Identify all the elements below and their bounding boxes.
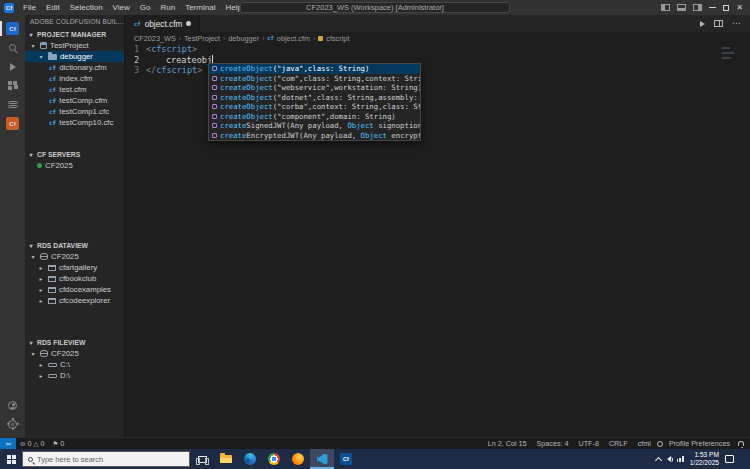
suggest-item[interactable]: createObject("corba",context: String,cla… xyxy=(209,102,420,112)
toggle-sidebar-icon[interactable] xyxy=(661,4,670,11)
maximize-icon[interactable] xyxy=(723,5,729,11)
start-button[interactable] xyxy=(0,449,22,469)
method-icon xyxy=(212,104,217,109)
tree-item-file[interactable]: cfindex.cfm xyxy=(25,73,124,84)
activity-search[interactable] xyxy=(0,38,25,57)
suggest-label: createSignedJWT(Any payload, Object sign… xyxy=(220,121,420,130)
menu-go[interactable]: Go xyxy=(135,0,156,15)
cfc-file-icon: cf xyxy=(49,119,56,126)
speaker-icon[interactable] xyxy=(667,456,671,462)
tree-item-database[interactable]: ▸cfdocexamples xyxy=(25,284,124,295)
tree-item-folder-debugger[interactable]: ▾ debugger xyxy=(25,51,124,62)
bell-icon[interactable] xyxy=(738,441,744,446)
menu-run[interactable]: Run xyxy=(155,0,180,15)
breadcrumb-item[interactable]: TestProject xyxy=(184,34,220,43)
clock-time: 1:53 PM xyxy=(694,451,719,459)
suggest-item[interactable]: createObject("com",class: String,context… xyxy=(209,74,420,84)
section-cf-servers[interactable]: ▾ CF SERVERS xyxy=(25,148,124,160)
tree-item-file[interactable]: cftestComp10.cfc xyxy=(25,117,124,128)
more-actions-icon[interactable]: ⋯ xyxy=(732,20,741,27)
tree-item-file[interactable]: cftest.cfm xyxy=(25,84,124,95)
tree-item-database[interactable]: ▸cfcodeexplorer xyxy=(25,295,124,306)
status-eol[interactable]: CRLF xyxy=(605,439,632,448)
breadcrumb-item[interactable]: CF2023_WS xyxy=(134,34,176,43)
code-area[interactable]: 1 <cfscript> 2 createobj 3 </cfscript> c… xyxy=(126,44,750,437)
run-icon[interactable] xyxy=(700,21,705,27)
breadcrumb-item[interactable]: cfscript xyxy=(326,34,349,43)
status-problems[interactable]: ⊘0 △0 xyxy=(16,439,48,448)
minimize-icon[interactable] xyxy=(709,7,716,8)
activity-cf-builder[interactable]: Cf xyxy=(0,19,25,38)
menu-view[interactable]: View xyxy=(108,0,135,15)
command-center[interactable]: CF2023_WS (Workspace) [Administrator] xyxy=(240,2,510,13)
network-icon[interactable] xyxy=(677,456,684,462)
status-line-col[interactable]: Ln 2, Col 15 xyxy=(484,439,531,448)
close-icon[interactable]: ✕ xyxy=(736,4,743,12)
tree-item-server[interactable]: CF2025 xyxy=(25,160,124,171)
breadcrumb-item[interactable]: object.cfm xyxy=(277,34,310,43)
taskbar-clock[interactable]: 1:53 PM 1/22/2025 xyxy=(690,451,719,467)
tree-item-database[interactable]: ▸cfartgallery xyxy=(25,262,124,273)
accounts-button[interactable] xyxy=(0,396,25,415)
taskbar-file-explorer[interactable] xyxy=(214,449,238,469)
taskbar-vscode[interactable] xyxy=(310,449,334,469)
section-rds-fileview[interactable]: ▾ RDS FILEVIEW xyxy=(25,336,124,348)
taskbar-chrome[interactable] xyxy=(262,449,286,469)
status-language[interactable]: cfml xyxy=(634,439,655,448)
remote-indicator[interactable]: >< xyxy=(0,438,16,449)
section-project-manager[interactable]: ▾ PROJECT MANAGER xyxy=(25,28,124,40)
taskbar-cf-builder[interactable]: Cf xyxy=(334,449,358,469)
taskbar-task-view[interactable] xyxy=(190,449,214,469)
breadcrumb-item[interactable]: debugger xyxy=(228,34,259,43)
suggest-item[interactable]: createSignedJWT(Any payload, Object sign… xyxy=(209,121,420,131)
taskbar-firefox[interactable] xyxy=(286,449,310,469)
suggest-item[interactable]: createObject("java",class: String) xyxy=(209,64,420,74)
tree-item-fileview-root[interactable]: ▾ CF2025 xyxy=(25,348,124,359)
menu-selection[interactable]: Selection xyxy=(65,0,108,15)
tab-label: object.cfm xyxy=(145,19,183,29)
tree-item-drive[interactable]: ▸C:\ xyxy=(25,359,124,370)
toggle-panel-icon[interactable] xyxy=(677,4,686,11)
status-encoding[interactable]: UTF-8 xyxy=(575,439,603,448)
activity-run-debug[interactable] xyxy=(0,57,25,76)
tree-item-drive[interactable]: ▸D:\ xyxy=(25,370,124,381)
tray-expand-icon[interactable] xyxy=(655,456,662,463)
more-actions-icon[interactable]: ⋯ xyxy=(124,17,125,26)
cfc-file-icon: cf xyxy=(49,108,56,115)
tree-item-file[interactable]: cftestComp.cfm xyxy=(25,95,124,106)
split-editor-icon[interactable] xyxy=(714,20,723,27)
suggest-item[interactable]: createObject("component",domain: String) xyxy=(209,112,420,122)
status-flags[interactable]: ⚑0 xyxy=(48,439,68,448)
method-icon xyxy=(212,66,217,71)
menu-edit[interactable]: Edit xyxy=(41,0,65,15)
suggest-item[interactable]: createEncryptedJWT(Any payload, Object e… xyxy=(209,131,420,141)
task-view-icon xyxy=(198,456,207,463)
status-indentation[interactable]: Spaces: 4 xyxy=(533,439,573,448)
taskbar-search[interactable] xyxy=(22,451,190,467)
suggest-item[interactable]: createObject("webservice",workstation: S… xyxy=(209,83,420,93)
tree-item-database[interactable]: ▸cfbookclub xyxy=(25,273,124,284)
minimap[interactable] xyxy=(720,44,750,94)
menu-file[interactable]: File xyxy=(18,0,41,15)
tree-item-file[interactable]: cftestComp1.cfc xyxy=(25,106,124,117)
status-profile[interactable]: Profile Preferences xyxy=(665,439,734,448)
settings-button[interactable] xyxy=(0,415,25,434)
modified-dot-icon[interactable] xyxy=(186,21,191,26)
search-input[interactable] xyxy=(37,455,167,464)
suggest-item[interactable]: createObject("dotnet",class: String,asse… xyxy=(209,93,420,103)
section-rds-dataview[interactable]: ▾ RDS DATAVIEW xyxy=(25,239,124,251)
chevron-down-icon: ▾ xyxy=(27,31,35,38)
tab-object-cfm[interactable]: cf object.cfm xyxy=(126,15,200,32)
activity-extensions[interactable] xyxy=(0,76,25,95)
tree-item-file[interactable]: cfdictionary.cfm xyxy=(25,62,124,73)
activity-servers[interactable] xyxy=(0,95,25,114)
tree-item-project[interactable]: ▾ TestProject xyxy=(25,40,124,51)
tree-item-datasource-root[interactable]: ▾ CF2025 xyxy=(25,251,124,262)
menu-terminal[interactable]: Terminal xyxy=(180,0,220,15)
notification-center-icon[interactable] xyxy=(725,455,734,463)
toggle-secondary-sidebar-icon[interactable] xyxy=(693,4,702,11)
activity-cf-packages[interactable]: Cf xyxy=(0,114,25,133)
taskbar-edge[interactable] xyxy=(238,449,262,469)
line-number: 3 xyxy=(126,65,146,76)
cfm-file-icon: cf xyxy=(49,64,56,71)
